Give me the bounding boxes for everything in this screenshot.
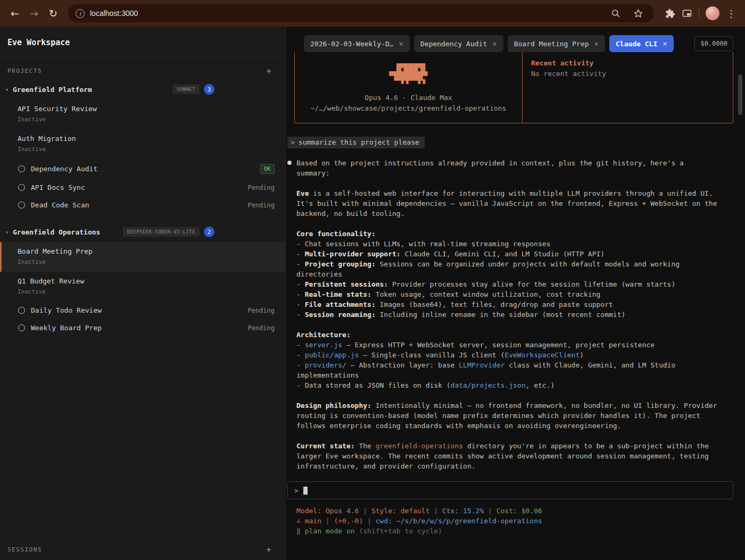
scrollbar-thumb[interactable] (738, 74, 742, 115)
welcome-left: ▐▛███▜▌ ▝▜█████▛▘ ▘▘ ▝▝ Opus 4.6 · Claud… (295, 52, 523, 123)
tab-label: 2026-02-03-Weekly-D… (310, 40, 394, 48)
task-badge: OK (260, 164, 275, 174)
task-label: Dependency Audit (31, 165, 254, 173)
project-group: ▾Greenfield OperationsDEEPSEEK-CODER-V2-… (0, 219, 285, 337)
tab[interactable]: Dependency Audit× (414, 35, 503, 52)
project-group: ▾Greenfield PlatformSONNET3API Security … (0, 79, 285, 214)
message-line: - Chat sessions with LLMs, with real-tim… (296, 239, 718, 249)
model-badge: DEEPSEEK-CODER-V2-LITE (123, 227, 200, 237)
bookmark-star-icon[interactable] (630, 5, 647, 22)
reload-icon[interactable]: ↻ (44, 4, 63, 23)
session-status: Inactive (18, 258, 275, 265)
task-label: API Docs Sync (31, 183, 242, 191)
project-group-header[interactable]: ▾Greenfield PlatformSONNET3 (0, 79, 285, 99)
profile-avatar[interactable] (706, 6, 719, 20)
tab[interactable]: Claude CLI× (609, 35, 674, 52)
assistant-message-block: Core functionality:- Chat sessions with … (287, 229, 718, 320)
task-status-circle-icon (18, 165, 25, 172)
session-status: Inactive (18, 288, 275, 295)
zoom-icon[interactable] (607, 5, 624, 22)
site-info-icon[interactable]: i (76, 9, 85, 18)
session-item[interactable]: Auth MigrationInactive (0, 129, 285, 159)
add-session-button[interactable]: + (266, 545, 271, 555)
user-message: >summarize this project please (287, 137, 745, 148)
close-icon[interactable]: × (663, 39, 667, 48)
task-status-circle-icon (18, 202, 25, 208)
status-bar: Model: Opus 4.6 | Style: default | Ctx: … (296, 506, 745, 536)
text-cursor (303, 487, 308, 495)
session-status: Inactive (18, 116, 275, 123)
task-status-circle-icon (18, 307, 25, 314)
recent-activity-title: Recent activity (531, 59, 724, 67)
tab-label: Board Meeting Prep (514, 40, 589, 48)
project-group-name: Greenfield Platform (13, 86, 92, 94)
close-icon[interactable]: × (492, 39, 496, 48)
message-line: Based on the project instructions alread… (296, 158, 718, 178)
session-item[interactable]: Board Meeting PrepInactive (0, 242, 285, 272)
message-line: - Session renaming: Including inline ren… (296, 310, 718, 320)
sidebar: Eve Workspace PROJECTS + ▾Greenfield Pla… (0, 27, 286, 560)
message-line: - Real-time stats: Token usage, context … (296, 289, 718, 299)
working-directory: ~/…/web/showcase/projects/greenfield-ope… (311, 104, 507, 112)
task-label: Weekly Board Prep (31, 324, 242, 332)
session-count-badge: 2 (204, 227, 214, 237)
toolbar-divider (699, 9, 699, 18)
task-item[interactable]: API Docs SyncPending (0, 179, 285, 196)
session-item[interactable]: API Security ReviewInactive (0, 99, 285, 129)
extensions-puzzle-icon[interactable] (661, 5, 678, 22)
assistant-message-block: Based on the project instructions alread… (287, 158, 718, 178)
tab-label: Claude CLI (616, 40, 657, 48)
add-project-button[interactable]: + (266, 66, 271, 76)
workspace-header: Eve Workspace (0, 27, 285, 58)
task-item[interactable]: Daily Todo ReviewPending (0, 302, 285, 319)
chevron-down-icon: ▾ (5, 87, 9, 93)
session-count-badge: 3 (204, 84, 214, 95)
url-bar[interactable]: i localhost:3000 (68, 4, 654, 22)
projects-label: PROJECTS (7, 68, 42, 74)
welcome-box: ▐▛███▜▌ ▝▜█████▛▘ ▘▘ ▝▝ Opus 4.6 · Claud… (294, 52, 733, 123)
forward-icon[interactable]: → (24, 4, 44, 23)
assistant-message-block: Design philosophy: Intentionally minimal… (287, 400, 718, 431)
back-icon[interactable]: ← (5, 4, 24, 23)
assistant-message-block: Architecture:- server.js — Express HTTP … (287, 330, 718, 390)
task-status-circle-icon (18, 324, 25, 331)
side-panel-icon[interactable] (678, 5, 696, 22)
task-badge: Pending (247, 202, 275, 209)
tab-label: Dependency Audit (420, 40, 487, 48)
task-item[interactable]: Dead Code ScanPending (0, 196, 285, 214)
message-line: - File attachments: Images (base64), tex… (296, 299, 718, 310)
message-line: - providers/ — Abstraction layer: base L… (296, 360, 718, 380)
prompt-input[interactable]: > (287, 481, 733, 499)
message-line: Architecture: (296, 330, 718, 340)
assistant-message-block: Current state: The greenfield-operations… (287, 441, 718, 471)
projects-section-header: PROJECTS + (0, 58, 285, 79)
message-line: Eve is a self-hosted web interface for i… (296, 188, 718, 219)
project-group-name: Greenfield Operations (13, 228, 100, 236)
message-line: Core functionality: (296, 229, 718, 239)
tab[interactable]: 2026-02-03-Weekly-D…× (304, 35, 410, 52)
user-message-chip: >summarize this project please (287, 137, 425, 148)
project-group-header[interactable]: ▾Greenfield OperationsDEEPSEEK-CODER-V2-… (0, 222, 285, 242)
welcome-right: Recent activity No recent activity (523, 52, 733, 123)
task-status-circle-icon (18, 184, 25, 191)
task-item[interactable]: Dependency AuditOK (0, 159, 285, 179)
session-title: API Security Review (18, 105, 275, 113)
transcript: Based on the project instructions alread… (287, 158, 745, 471)
close-icon[interactable]: × (399, 39, 403, 48)
recent-activity-body: No recent activity (531, 70, 724, 78)
status-line: ∠ main | (+0,-0) | cwd: ~/s/b/e/w/s/p/gr… (296, 516, 745, 526)
task-label: Dead Code Scan (31, 201, 242, 209)
status-line: ‖ plan mode on (shift+tab to cycle) (296, 526, 745, 536)
workspace-title: Eve Workspace (7, 38, 278, 47)
close-icon[interactable]: × (594, 39, 599, 48)
message-line: - Persistent sessions: Provider processe… (296, 279, 718, 289)
task-item[interactable]: Weekly Board PrepPending (0, 319, 285, 337)
tab[interactable]: Board Meeting Prep× (508, 35, 605, 52)
menu-dots-icon[interactable]: ⋮ (723, 5, 740, 22)
tab-bar: 2026-02-03-Weekly-D…×Dependency Audit×Bo… (286, 27, 745, 52)
url-text[interactable]: localhost:3000 (90, 9, 138, 18)
sessions-label: SESSIONS (7, 546, 42, 553)
main-panel: 2026-02-03-Weekly-D…×Dependency Audit×Bo… (286, 27, 745, 560)
session-item[interactable]: Q1 Budget ReviewInactive (0, 272, 285, 302)
message-line: - Multi-provider support: Claude CLI, Ge… (296, 249, 718, 259)
